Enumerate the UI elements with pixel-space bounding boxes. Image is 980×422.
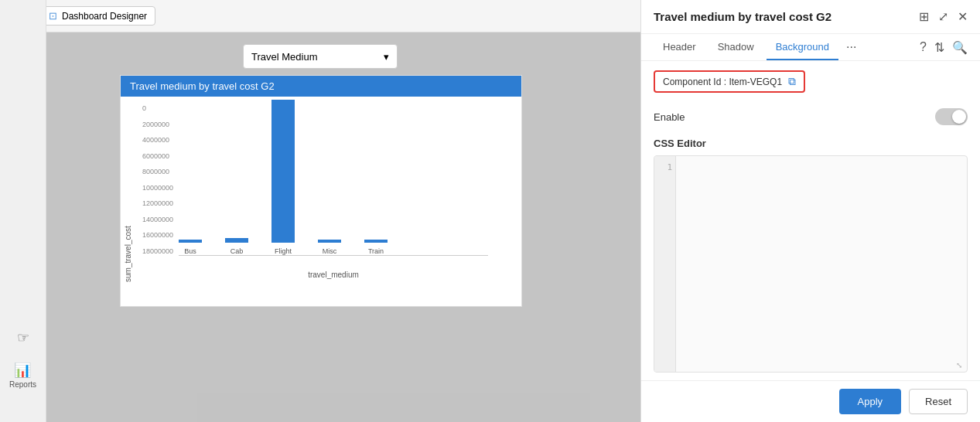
reset-button[interactable]: Reset <box>909 389 968 414</box>
enable-label: Enable <box>654 111 685 123</box>
enable-toggle[interactable] <box>935 108 968 125</box>
line-numbers: 1 <box>654 156 676 372</box>
layout-icon[interactable]: ⊞ <box>919 9 929 24</box>
sidebar-item-pointer[interactable]: ☞ <box>12 325 34 351</box>
right-panel-title: Travel medium by travel cost G2 <box>654 10 831 23</box>
tabs-bar: Header Shadow Background ··· ? ⇅ 🔍 <box>641 34 980 61</box>
bar-train <box>364 240 388 243</box>
bars-area: Bus Cab Flight Misc <box>179 104 488 255</box>
y-ticks: 18000000 16000000 14000000 12000000 1000… <box>142 104 173 255</box>
bar-group: Bus <box>179 240 202 255</box>
bar-label-cab: Cab <box>230 247 244 255</box>
y-axis-label: sum_travel_cost <box>121 100 135 282</box>
top-bar: ⌂ › ⊡ Dashboard Designer <box>0 0 640 32</box>
designer-label: Dashboard Designer <box>62 11 147 22</box>
bar-label-train: Train <box>368 247 384 255</box>
right-panel-header: Travel medium by travel cost G2 ⊞ ⤢ ✕ <box>641 0 980 34</box>
resize-handle[interactable]: ⤡ <box>956 361 965 370</box>
tab-more[interactable]: ··· <box>842 34 861 60</box>
component-id-text: Component Id : Item-VEGQ1 <box>663 77 782 87</box>
left-sidebar: ☞ 📊 Reports <box>0 0 46 422</box>
bar-label-bus: Bus <box>184 247 196 255</box>
bar-flight <box>271 100 295 243</box>
content-area: Travel Medium ▾ Travel medium by travel … <box>0 32 640 422</box>
toggle-knob <box>952 110 966 124</box>
x-axis-title: travel_medium <box>179 271 488 279</box>
chart-container: Travel medium by travel cost G2 sum_trav… <box>120 75 522 307</box>
designer-icon: ⊡ <box>49 10 57 22</box>
right-header-icons: ⊞ ⤢ ✕ <box>919 9 968 24</box>
tab-header[interactable]: Header <box>654 35 705 60</box>
component-id-badge[interactable]: Component Id : Item-VEGQ1 ⧉ <box>654 70 805 93</box>
x-axis-line <box>179 255 488 256</box>
css-editor-area: CSS Editor 1 ⤡ <box>641 131 980 380</box>
css-editor-label: CSS Editor <box>654 138 968 149</box>
bar-group: Cab <box>225 238 248 255</box>
bar-cab <box>225 238 248 243</box>
close-icon[interactable]: ✕ <box>958 9 968 24</box>
bar-label-flight: Flight <box>275 247 292 255</box>
reports-label: Reports <box>9 380 36 389</box>
left-panel: ⌂ › ⊡ Dashboard Designer Travel Medium ▾… <box>0 0 640 422</box>
bar-misc <box>318 240 341 243</box>
filter-bar: Travel Medium ▾ <box>243 44 398 69</box>
bar-label-misc: Misc <box>323 247 337 255</box>
help-icon[interactable]: ? <box>920 40 927 54</box>
tab-background[interactable]: Background <box>767 35 838 60</box>
pointer-icon: ☞ <box>17 329 29 346</box>
copy-icon[interactable]: ⧉ <box>788 75 796 88</box>
right-footer: Apply Reset <box>641 380 980 422</box>
dropdown-icon: ▾ <box>384 51 389 63</box>
chart-body: sum_travel_cost 18000000 16000000 140000… <box>121 97 521 282</box>
sidebar-item-reports[interactable]: 📊 Reports <box>5 357 41 393</box>
enable-row: Enable <box>641 102 980 131</box>
bar-bus <box>179 240 202 243</box>
sort-icon[interactable]: ⇅ <box>934 40 944 55</box>
filter-select[interactable]: Travel Medium ▾ <box>243 44 398 69</box>
css-code-input[interactable] <box>676 156 967 372</box>
tabs-right-icons: ? ⇅ 🔍 <box>920 40 968 55</box>
filter-value: Travel Medium <box>251 51 317 63</box>
reports-icon: 📊 <box>14 362 31 379</box>
component-id-row: Component Id : Item-VEGQ1 ⧉ <box>641 61 980 102</box>
right-panel: Travel medium by travel cost G2 ⊞ ⤢ ✕ He… <box>640 0 980 422</box>
line-number-1: 1 <box>657 162 672 172</box>
bar-group: Flight <box>271 100 295 255</box>
css-editor-box[interactable]: 1 ⤡ <box>654 155 968 373</box>
breadcrumb-designer[interactable]: ⊡ Dashboard Designer <box>40 6 155 26</box>
bar-group: Train <box>364 240 388 255</box>
bar-group: Misc <box>318 240 341 255</box>
chart-title: Travel medium by travel cost G2 <box>121 76 521 97</box>
expand-icon[interactable]: ⤢ <box>938 9 948 24</box>
apply-button[interactable]: Apply <box>839 389 902 414</box>
tab-shadow[interactable]: Shadow <box>709 35 763 60</box>
search-icon[interactable]: 🔍 <box>952 40 968 55</box>
